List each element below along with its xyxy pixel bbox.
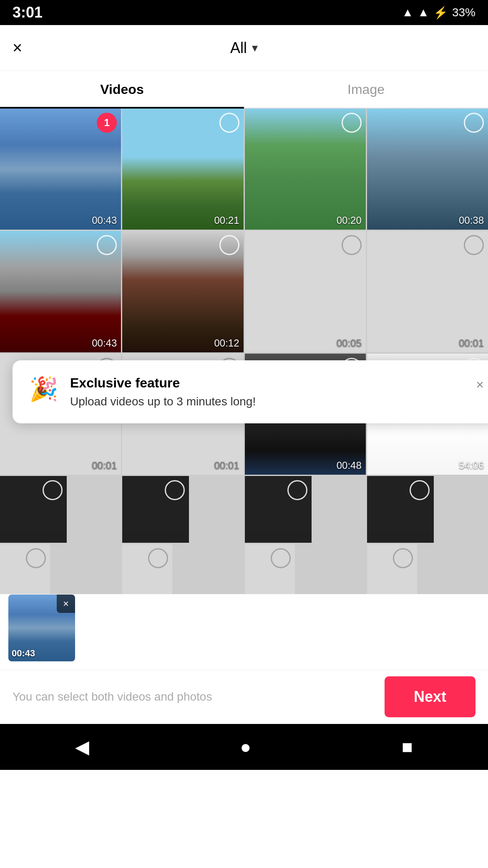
nav-title-dropdown[interactable]: All ▾ [230,39,258,57]
next-button[interactable]: Next [385,676,475,717]
video-duration: 00:21 [214,215,239,226]
video-duration: 00:01 [459,337,484,349]
select-circle[interactable] [464,113,484,133]
grid-item[interactable] [367,544,417,594]
battery-icon: ⚡ [433,6,448,20]
select-circle[interactable] [342,235,362,255]
grid-item[interactable] [245,476,312,543]
grid-item[interactable]: 00:05 [245,231,366,352]
grid-item[interactable] [122,544,172,594]
select-circle[interactable] [342,113,362,133]
select-circle[interactable] [287,480,307,500]
grid-item[interactable] [0,544,50,594]
media-grid: 1 00:43 00:21 00:20 00:38 00:43 [0,109,488,594]
top-nav: × All ▾ [0,25,488,71]
notification-icon: 🎉 [29,375,58,403]
video-duration: 00:43 [92,337,117,349]
grid-item[interactable] [0,476,67,543]
notification-close-button[interactable]: × [476,377,484,392]
video-duration: 00:01 [92,460,117,471]
bottom-hint-text: You can select both videos and photos [13,690,212,704]
status-icons: ▲ ▲ ⚡ 33% [402,6,475,20]
notification-title: Exclusive feature [70,375,464,391]
grid-item[interactable]: 00:21 [122,109,243,230]
grid-item[interactable] [245,544,295,594]
video-duration: 54:06 [459,460,484,471]
battery-text: 33% [452,6,475,19]
select-circle[interactable] [43,480,63,500]
notification-content: Exclusive feature Upload videos up to 3 … [70,375,464,408]
video-duration: 00:48 [337,460,362,471]
select-circle[interactable] [464,235,484,255]
video-duration: 00:20 [337,215,362,226]
home-icon[interactable]: ● [240,736,251,757]
selected-duration: 00:43 [12,648,35,659]
notification-banner: 🎉 Exclusive feature Upload videos up to … [13,360,488,423]
select-circle[interactable]: 1 [97,113,117,133]
select-circle[interactable] [219,113,239,133]
video-duration: 00:01 [214,460,239,471]
grid-item[interactable]: 00:01 [367,231,488,352]
select-circle[interactable] [410,480,430,500]
select-circle[interactable] [271,548,291,568]
select-number: 1 [104,117,110,129]
selected-preview-strip: × 00:43 [0,586,488,670]
grid-item[interactable]: 00:20 [245,109,366,230]
grid-item[interactable]: 00:12 [122,231,243,352]
notification-description: Upload videos up to 3 minutes long! [70,395,464,408]
recent-apps-icon[interactable]: ■ [402,736,413,757]
grid-item[interactable]: 1 00:43 [0,109,121,230]
tab-videos[interactable]: Videos [0,71,244,108]
back-icon[interactable]: ◀ [75,736,89,757]
remove-selected-button[interactable]: × [57,595,75,613]
close-button[interactable]: × [13,38,22,57]
chevron-down-icon: ▾ [252,41,258,55]
media-tabs: Videos Image [0,71,488,109]
select-circle[interactable] [165,480,185,500]
tab-image[interactable]: Image [244,71,488,108]
nav-title-text: All [230,39,247,57]
select-circle[interactable] [26,548,46,568]
status-bar: 3:01 ▲ ▲ ⚡ 33% [0,0,488,25]
video-duration: 00:43 [92,215,117,226]
video-duration: 00:05 [337,337,362,349]
wifi-icon: ▲ [402,6,414,19]
video-duration: 00:12 [214,337,239,349]
select-circle[interactable] [148,548,168,568]
select-circle[interactable] [219,235,239,255]
grid-item[interactable] [367,476,434,543]
video-duration: 00:38 [459,215,484,226]
status-time: 3:01 [13,4,43,21]
bottom-bar: You can select both videos and photos Ne… [0,670,488,724]
selected-thumbnail: × 00:43 [8,595,75,661]
grid-item[interactable]: 00:43 [0,231,121,352]
signal-icon: ▲ [418,6,429,19]
grid-item[interactable] [122,476,189,543]
grid-item[interactable]: 00:38 [367,109,488,230]
android-nav-bar: ◀ ● ■ [0,724,488,770]
select-circle[interactable] [393,548,413,568]
media-grid-container: 1 00:43 00:21 00:20 00:38 00:43 [0,109,488,586]
